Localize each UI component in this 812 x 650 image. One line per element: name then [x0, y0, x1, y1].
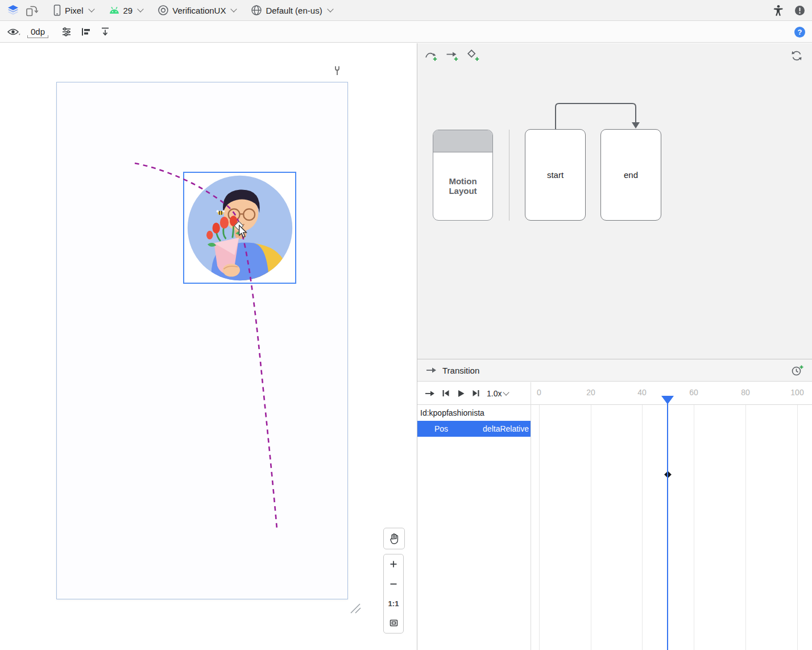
- help-icon[interactable]: ?: [794, 27, 805, 38]
- device-label: Pixel: [65, 6, 84, 15]
- track-row-position-selected[interactable]: Pos deltaRelative: [417, 421, 531, 437]
- orientation-icon[interactable]: [25, 4, 38, 17]
- keyframe-type-label: Pos: [434, 424, 448, 433]
- align-icon[interactable]: [80, 26, 92, 38]
- playhead-handle[interactable]: [661, 396, 674, 404]
- ruler-tick-20: 20: [586, 388, 595, 397]
- gridline: [694, 405, 694, 650]
- default-margin-control[interactable]: 0dp: [27, 26, 48, 38]
- autoconnect-tune-icon[interactable]: [61, 26, 72, 38]
- surface-toolbar: 0dp ?: [0, 22, 812, 43]
- motionlayout-node[interactable]: Motion Layout: [433, 130, 493, 221]
- pan-button[interactable]: [383, 528, 405, 549]
- transition-arrow-icon: [425, 367, 437, 374]
- zoom-to-fit-button[interactable]: [384, 614, 403, 634]
- device-artboard[interactable]: [56, 82, 348, 599]
- constraintset-start[interactable]: start: [525, 129, 586, 221]
- gridline: [745, 405, 746, 650]
- skip-to-end-icon[interactable]: [471, 389, 480, 398]
- gridline: [591, 405, 591, 650]
- chevron-down-icon: [231, 6, 237, 12]
- infer-constraints-icon[interactable]: [100, 26, 111, 38]
- overview-divider: [509, 130, 509, 221]
- zoom-in-button[interactable]: [384, 554, 403, 574]
- zoom-out-button[interactable]: [384, 574, 403, 594]
- device-selector[interactable]: Pixel: [48, 2, 98, 19]
- transition-header: Transition: [417, 359, 812, 382]
- playhead-line[interactable]: [667, 404, 668, 650]
- create-transition-icon[interactable]: [424, 49, 438, 62]
- gridline: [539, 405, 540, 650]
- locale-selector[interactable]: Default (en-us): [246, 2, 337, 19]
- ruler-tick-0: 0: [537, 388, 541, 397]
- constraintset-end-label: end: [624, 170, 638, 180]
- view-options-icon[interactable]: [7, 27, 20, 36]
- design-toolbar: Pixel 29 VerificationUX: [0, 0, 812, 21]
- chevron-down-icon: [503, 389, 509, 395]
- motion-cycle-icon[interactable]: [790, 49, 803, 62]
- chevron-down-icon: [88, 6, 94, 12]
- create-constraintset-icon[interactable]: [445, 49, 459, 62]
- chevron-down-icon: [327, 6, 333, 12]
- locale-label: Default (en-us): [266, 6, 322, 15]
- track-id-label: Id:kpopfashionista: [420, 408, 484, 417]
- android-icon: [109, 6, 120, 15]
- layout-variants-icon[interactable]: [7, 4, 19, 16]
- constraintset-start-label: start: [547, 170, 564, 180]
- gridline: [797, 405, 798, 650]
- canvas-resize-handle[interactable]: [349, 602, 362, 614]
- zoom-reset-button[interactable]: 1:1: [384, 594, 403, 614]
- mouse-cursor-icon: [238, 225, 247, 238]
- accessibility-icon[interactable]: [773, 5, 784, 16]
- phone-icon: [53, 4, 61, 16]
- playback-controls: 1.0x 0 20 40 60 80 100: [417, 382, 812, 405]
- transition-timeline: Transition: [417, 359, 812, 650]
- ruler-tick-40: 40: [637, 388, 647, 397]
- chevron-down-icon: [138, 6, 144, 12]
- main-area: 1:1: [0, 43, 812, 650]
- design-surface[interactable]: 1:1: [0, 43, 417, 650]
- ruler-tick-100: 100: [790, 388, 803, 397]
- loop-direction-icon[interactable]: [425, 390, 435, 397]
- zoom-controls: 1:1: [383, 554, 404, 634]
- globe-icon: [251, 5, 262, 16]
- gridline: [642, 405, 643, 650]
- issue-panel-icon[interactable]: [794, 5, 805, 16]
- constraintset-end[interactable]: end: [600, 129, 661, 221]
- theme-icon: [158, 5, 169, 16]
- motion-editor-window: Pixel 29 VerificationUX: [0, 0, 812, 650]
- keyframe-attribute-label: deltaRelative: [483, 424, 529, 433]
- skip-to-start-icon[interactable]: [441, 389, 450, 398]
- ruler-tick-80: 80: [741, 388, 750, 397]
- theme-selector[interactable]: VerificationUX: [153, 2, 241, 19]
- wrench-icon[interactable]: [333, 65, 341, 76]
- playback-speed-label: 1.0x: [487, 389, 502, 398]
- motion-editor-panel: Motion Layout start end: [417, 43, 812, 650]
- hand-icon: [389, 533, 399, 544]
- motionlayout-node-label: Motion Layout: [433, 152, 492, 220]
- api-level-label: 29: [123, 6, 133, 15]
- ruler-tick-60: 60: [689, 388, 698, 397]
- theme-label: VerificationUX: [172, 6, 226, 15]
- track-row-id[interactable]: Id:kpopfashionista: [417, 405, 531, 421]
- add-keyframe-clock-icon[interactable]: [791, 365, 804, 376]
- timeline-body[interactable]: Id:kpopfashionista Pos deltaRelative: [417, 405, 812, 650]
- play-icon[interactable]: [457, 389, 465, 398]
- motionlayout-node-header: [433, 130, 492, 152]
- playback-speed-selector[interactable]: 1.0x: [487, 389, 508, 398]
- create-keyframe-icon[interactable]: [466, 49, 480, 62]
- api-level-selector[interactable]: 29: [104, 2, 148, 19]
- motion-overview: Motion Layout start end: [417, 43, 812, 359]
- transition-title: Transition: [442, 366, 479, 375]
